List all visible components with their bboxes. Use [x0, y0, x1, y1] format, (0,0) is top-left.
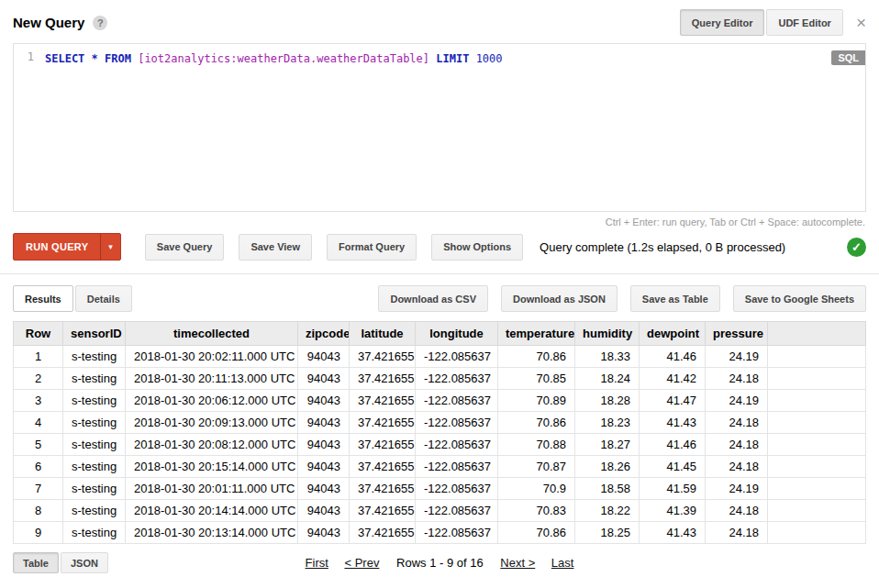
cell-zipcode: 94043 [298, 456, 350, 478]
cell-humidity: 18.22 [575, 500, 640, 522]
format-query-button[interactable]: Format Query [327, 234, 417, 261]
results-table: RowsensorIDtimecollectedzipcodelatitudel… [13, 321, 866, 544]
sql-number: 1000 [476, 52, 503, 65]
download-as-json-button[interactable]: Download as JSON [501, 285, 618, 312]
cell-filler [768, 368, 866, 390]
cell-longitude: -122.085637 [416, 346, 498, 368]
cell-sensorid: s-testing [63, 500, 126, 522]
view-toggle: Table JSON [13, 552, 108, 573]
cell-zipcode: 94043 [298, 522, 350, 544]
header: New Query ? Query Editor UDF Editor × [0, 0, 879, 41]
tab-results[interactable]: Results [13, 285, 73, 312]
pagination-first-link[interactable]: First [306, 556, 328, 570]
cell-sensorid: s-testing [63, 346, 126, 368]
editor-mode-switch: Query Editor UDF Editor [680, 9, 843, 36]
cell-pressure: 24.18 [706, 522, 768, 544]
cell-latitude: 37.421655 [350, 390, 416, 412]
cell-latitude: 37.421655 [350, 346, 416, 368]
cell-humidity: 18.28 [575, 390, 640, 412]
cell-dewpoint: 41.45 [640, 456, 706, 478]
cell-dewpoint: 41.43 [640, 522, 706, 544]
help-icon[interactable]: ? [93, 16, 107, 30]
cell-filler [768, 456, 866, 478]
column-header-humidity: humidity [575, 322, 640, 346]
table-row: 9s-testing2018-01-30 20:13:14.000 UTC940… [14, 522, 866, 544]
pagination-prev-link[interactable]: < Prev [344, 556, 379, 570]
cell-latitude: 37.421655 [350, 412, 416, 434]
line-number-gutter: 1 [14, 44, 41, 211]
table-header-row: RowsensorIDtimecollectedzipcodelatitudel… [14, 322, 866, 346]
cell-temperature: 70.86 [498, 522, 575, 544]
cell-row: 6 [14, 456, 63, 478]
cell-temperature: 70.9 [498, 478, 575, 500]
column-header-timecollected: timecollected [126, 322, 298, 346]
cell-row: 2 [14, 368, 63, 390]
cell-sensorid: s-testing [63, 390, 126, 412]
table-row: 3s-testing2018-01-30 20:06:12.000 UTC940… [14, 390, 866, 412]
cell-humidity: 18.27 [575, 434, 640, 456]
cell-humidity: 18.26 [575, 456, 640, 478]
cell-timecollected: 2018-01-30 20:11:13.000 UTC [126, 368, 298, 390]
cell-pressure: 24.19 [706, 390, 768, 412]
save-query-button[interactable]: Save Query [145, 234, 225, 261]
column-header-pressure: pressure [706, 322, 768, 346]
query-status-text: Query complete (1.2s elapsed, 0 B proces… [540, 240, 785, 254]
pagination: First < Prev Rows 1 - 9 of 16 Next > Las… [0, 556, 879, 570]
cell-longitude: -122.085637 [416, 368, 498, 390]
cell-latitude: 37.421655 [350, 500, 416, 522]
cell-filler [768, 478, 866, 500]
sql-code-line[interactable]: SELECT * FROM [iot2analytics:weatherData… [41, 44, 865, 211]
cell-row: 5 [14, 434, 63, 456]
udf-editor-button[interactable]: UDF Editor [766, 9, 842, 36]
results-bar: ResultsDetails Download as CSVDownload a… [0, 274, 879, 319]
cell-dewpoint: 41.42 [640, 368, 706, 390]
query-editor-button[interactable]: Query Editor [680, 9, 765, 36]
column-header-sensorid: sensorID [63, 322, 126, 346]
save-to-google-sheets-button[interactable]: Save to Google Sheets [733, 285, 866, 312]
cell-latitude: 37.421655 [350, 478, 416, 500]
table-row: 8s-testing2018-01-30 20:14:14.000 UTC940… [14, 500, 866, 522]
results-tabs: ResultsDetails [13, 285, 132, 312]
sql-badge: SQL [831, 50, 865, 65]
pagination-next-link[interactable]: Next > [500, 556, 535, 570]
cell-temperature: 70.86 [498, 346, 575, 368]
json-view-button[interactable]: JSON [61, 552, 108, 573]
sql-table-ref: [iot2analytics:weatherData.weatherDataTa… [138, 52, 429, 65]
column-header-zipcode: zipcode [298, 322, 350, 346]
line-number: 1 [28, 50, 34, 63]
cell-dewpoint: 41.43 [640, 412, 706, 434]
cell-pressure: 24.18 [706, 456, 768, 478]
cell-longitude: -122.085637 [416, 412, 498, 434]
sql-editor[interactable]: 1 SELECT * FROM [iot2analytics:weatherDa… [13, 43, 866, 212]
column-header-dewpoint: dewpoint [640, 322, 706, 346]
cell-longitude: -122.085637 [416, 434, 498, 456]
download-as-csv-button[interactable]: Download as CSV [378, 285, 488, 312]
table-view-button[interactable]: Table [13, 552, 59, 573]
cell-temperature: 70.87 [498, 456, 575, 478]
cell-longitude: -122.085637 [416, 390, 498, 412]
show-options-button[interactable]: Show Options [431, 234, 523, 261]
column-header-row: Row [14, 322, 63, 346]
save-view-button[interactable]: Save View [239, 234, 312, 261]
pagination-last-link[interactable]: Last [551, 556, 574, 570]
cell-temperature: 70.83 [498, 500, 575, 522]
cell-row: 1 [14, 346, 63, 368]
cell-pressure: 24.18 [706, 434, 768, 456]
cell-row: 9 [14, 522, 63, 544]
run-query-button[interactable]: RUN QUERY ▾ [13, 233, 121, 261]
close-icon[interactable]: × [856, 14, 866, 31]
run-query-dropdown-caret-icon[interactable]: ▾ [100, 234, 120, 260]
cell-timecollected: 2018-01-30 20:01:11.000 UTC [126, 478, 298, 500]
cell-filler [768, 500, 866, 522]
cell-pressure: 24.18 [706, 412, 768, 434]
cell-latitude: 37.421655 [350, 522, 416, 544]
run-query-label: RUN QUERY [14, 234, 100, 260]
cell-timecollected: 2018-01-30 20:15:14.000 UTC [126, 456, 298, 478]
cell-longitude: -122.085637 [416, 456, 498, 478]
cell-latitude: 37.421655 [350, 456, 416, 478]
tab-details[interactable]: Details [75, 285, 132, 312]
save-as-table-button[interactable]: Save as Table [630, 285, 720, 312]
bigquery-query-page: New Query ? Query Editor UDF Editor × 1 … [0, 0, 879, 582]
cell-sensorid: s-testing [63, 434, 126, 456]
cell-dewpoint: 41.46 [640, 434, 706, 456]
